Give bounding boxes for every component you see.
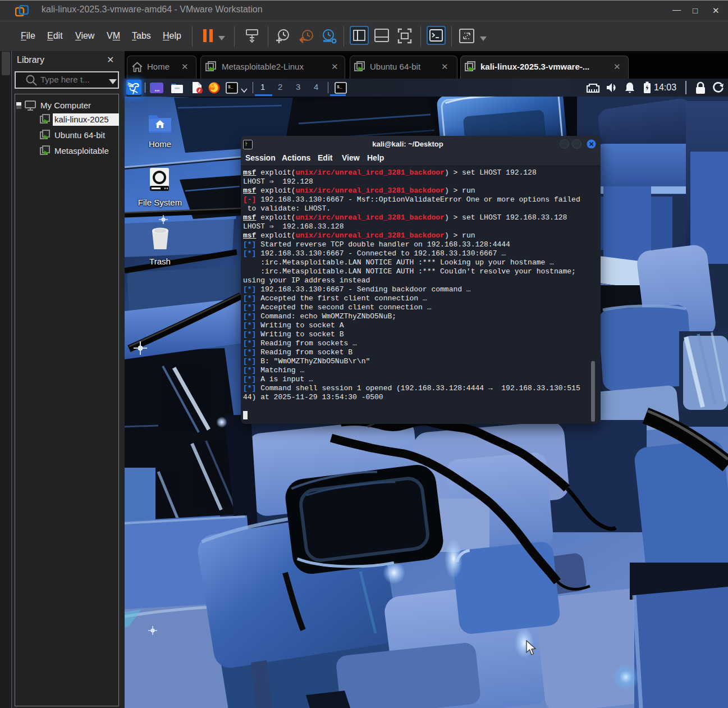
svg-text:$_: $_ bbox=[228, 84, 233, 89]
svg-text:$_: $_ bbox=[337, 84, 342, 89]
